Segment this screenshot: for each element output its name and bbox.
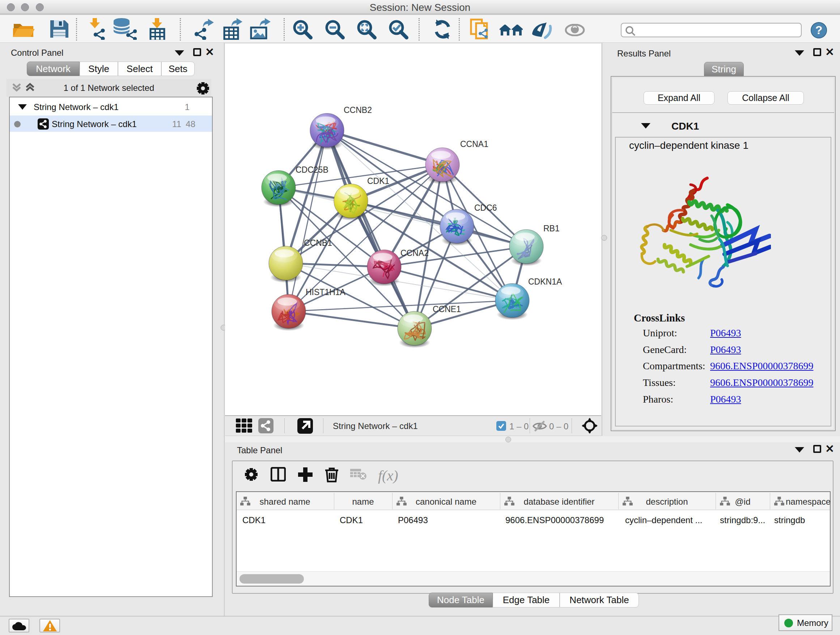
svg-text:CCNA2: CCNA2 [401,249,429,258]
svg-text:CDKN1A: CDKN1A [528,277,562,287]
svg-text:HIST1H1A: HIST1H1A [306,287,346,297]
svg-text:CCNB1: CCNB1 [304,238,332,248]
svg-text:CCNA1: CCNA1 [460,139,488,149]
svg-text:CCNE1: CCNE1 [433,304,461,314]
svg-text:CDC25B: CDC25B [295,165,328,174]
svg-text:RB1: RB1 [543,224,560,233]
svg-text:CDK1: CDK1 [367,176,389,186]
svg-text:CDC6: CDC6 [474,203,497,212]
svg-text:CCNB2: CCNB2 [344,105,372,115]
